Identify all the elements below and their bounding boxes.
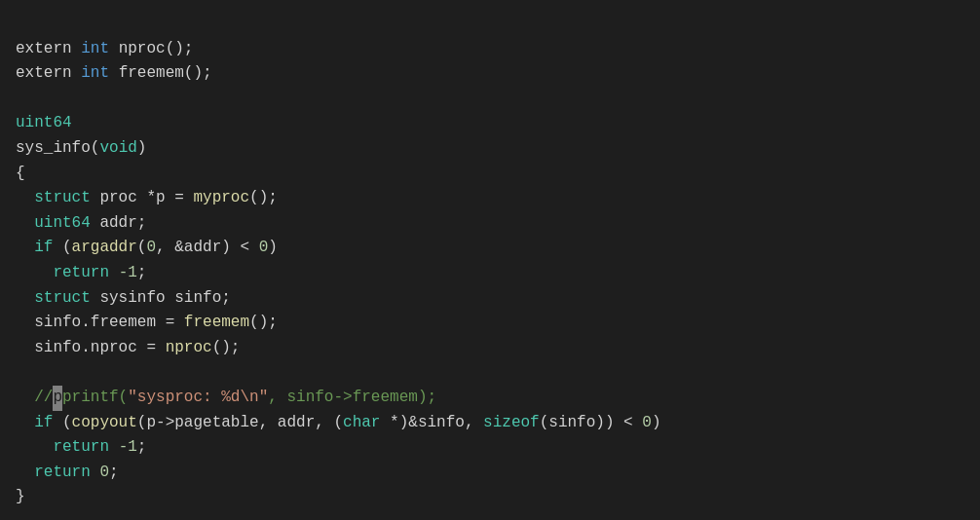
code-token: "sysproc: %d\n": [128, 389, 268, 406]
code-token: -1: [119, 264, 137, 281]
code-line: sys_info(void): [16, 136, 964, 162]
code-line: uint64: [16, 111, 964, 136]
code-line: extern int freemem();: [16, 61, 964, 87]
code-token: sizeof: [483, 414, 540, 431]
code-token: ): [268, 239, 278, 256]
code-token: (sinfo)) <: [540, 414, 643, 431]
code-token: sinfo.nproc =: [16, 339, 166, 356]
code-token: {: [16, 165, 25, 182]
code-token: ;: [137, 438, 147, 456]
code-token: ();: [249, 189, 278, 206]
code-token: , &addr) <: [156, 239, 259, 256]
code-token: *)&sinfo,: [380, 414, 483, 431]
code-token: (: [53, 239, 71, 256]
code-line: uint64 addr;: [16, 211, 964, 237]
code-token: (p->pagetable, addr, (: [137, 414, 343, 431]
code-token: ();: [249, 314, 278, 331]
code-token: if: [34, 414, 53, 431]
code-token: [109, 264, 119, 281]
code-editor: extern int nproc();extern int freemem();…: [16, 12, 964, 510]
code-token: char: [343, 414, 380, 431]
code-token: ): [137, 139, 147, 157]
code-line: struct proc *p = myproc();: [16, 186, 964, 211]
code-line: if (copyout(p->pagetable, addr, (char *)…: [16, 411, 964, 436]
code-token: ;: [137, 264, 147, 281]
code-token: uint64: [16, 114, 72, 131]
code-token: sys_info: [16, 139, 91, 157]
code-token: extern: [16, 64, 81, 82]
code-token: return: [53, 438, 109, 456]
code-token: [16, 289, 34, 307]
code-token: [16, 239, 34, 256]
code-token: int: [81, 64, 109, 82]
code-line: return -1;: [16, 435, 964, 461]
code-line: if (argaddr(0, &addr) < 0): [16, 236, 964, 261]
code-token: (: [91, 139, 100, 157]
code-token: 0: [99, 464, 109, 481]
code-token: extern: [16, 40, 81, 57]
code-token: freemem();: [109, 64, 212, 82]
code-token: argaddr: [72, 239, 137, 256]
code-token: 0: [146, 239, 156, 256]
code-token: 0: [259, 239, 269, 256]
code-line: [16, 87, 964, 112]
code-token: uint64: [34, 214, 91, 232]
code-token: [16, 189, 34, 206]
code-token: =: [166, 189, 194, 206]
code-token: , sinfo->freemem);: [268, 389, 436, 406]
code-line: //pprintf("sysproc: %d\n", sinfo->freeme…: [16, 386, 964, 411]
code-token: [16, 414, 34, 431]
code-token: (: [137, 239, 147, 256]
code-token: [16, 438, 53, 456]
code-token: [16, 214, 34, 232]
code-token: return: [34, 464, 91, 481]
code-token: [109, 438, 119, 456]
code-token: return: [53, 264, 109, 281]
code-token: //: [16, 389, 53, 406]
code-token: (: [53, 414, 71, 431]
code-token: struct: [34, 289, 91, 307]
code-token: struct: [34, 189, 91, 206]
code-token: nproc();: [109, 40, 193, 57]
code-line: return 0;: [16, 461, 964, 486]
code-token: void: [99, 139, 136, 157]
code-token: int: [81, 40, 109, 57]
code-token: myproc: [193, 189, 249, 206]
code-token: 0: [642, 414, 652, 431]
code-token: if: [34, 239, 53, 256]
code-token: }: [16, 488, 25, 505]
code-line: sinfo.freemem = freemem();: [16, 311, 964, 336]
code-line: struct sysinfo sinfo;: [16, 286, 964, 312]
code-line: return -1;: [16, 261, 964, 286]
code-token: sysinfo sinfo;: [91, 289, 231, 307]
code-token: freemem: [184, 314, 249, 331]
code-token: [16, 264, 53, 281]
code-line: }: [16, 485, 964, 510]
code-token: copyout: [72, 414, 137, 431]
code-token: [91, 464, 100, 481]
code-line: extern int nproc();: [16, 37, 964, 62]
code-token: ();: [212, 339, 241, 356]
code-token: ;: [109, 464, 119, 481]
code-line: {: [16, 162, 964, 187]
text-cursor: p: [53, 386, 62, 411]
code-token: addr;: [91, 214, 147, 232]
code-token: printf(: [62, 389, 128, 406]
code-token: proc: [91, 189, 147, 206]
code-line: [16, 360, 964, 386]
code-token: [16, 464, 34, 481]
code-token: nproc: [166, 339, 212, 356]
code-token: sinfo.freemem =: [16, 314, 184, 331]
code-token: *p: [146, 189, 165, 206]
code-token: ): [652, 414, 661, 431]
code-line: sinfo.nproc = nproc();: [16, 336, 964, 361]
code-token: -1: [119, 438, 137, 456]
